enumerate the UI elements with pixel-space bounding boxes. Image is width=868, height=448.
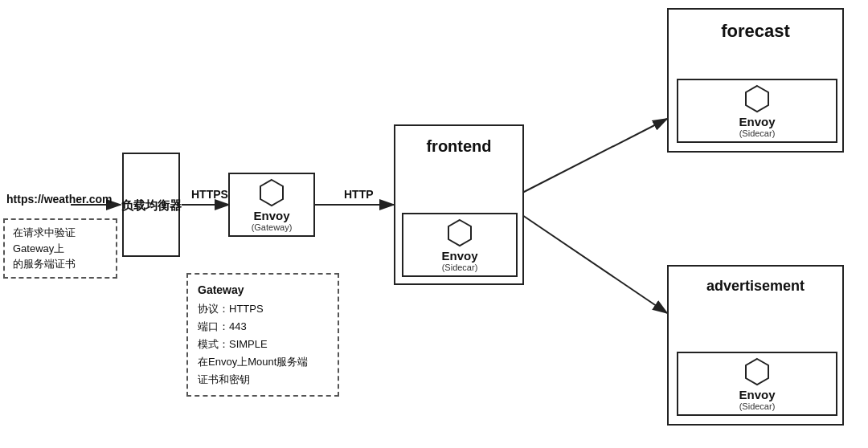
https-label: HTTPS [191, 188, 228, 201]
http-label: HTTP [344, 188, 374, 201]
load-balancer-box: 负载均衡器 [122, 153, 180, 257]
gateway-note-title: Gateway [198, 281, 328, 300]
frontend-outer-box: frontend Envoy (Sidecar) [394, 124, 524, 285]
envoy-gateway-hex-icon [257, 178, 286, 207]
advertisement-envoy-sub: (Sidecar) [739, 401, 776, 411]
envoy-gateway-sub: (Gateway) [252, 222, 293, 232]
envoy-gateway-box: Envoy (Gateway) [228, 173, 315, 237]
advertisement-envoy-label: Envoy [739, 388, 775, 401]
advertisement-title: advertisement [669, 267, 842, 295]
advertisement-envoy-box: Envoy (Sidecar) [677, 352, 837, 416]
svg-marker-14 [746, 86, 768, 112]
frontend-envoy-label: Envoy [441, 249, 477, 263]
gateway-note-mount: 在Envoy上Mount服务端 [198, 353, 328, 371]
forecast-envoy-box: Envoy (Sidecar) [677, 79, 837, 143]
frontend-envoy-hex-icon [445, 218, 474, 247]
gateway-note-port: 端口：443 [198, 318, 328, 336]
forecast-envoy-hex-icon [743, 84, 772, 113]
frontend-envoy-box: Envoy (Sidecar) [402, 213, 518, 277]
url-text: https://weather.com [6, 193, 112, 206]
forecast-envoy-sub: (Sidecar) [739, 128, 776, 138]
svg-marker-13 [448, 220, 471, 246]
svg-line-10 [522, 215, 667, 313]
gateway-note-mode: 模式：SIMPLE [198, 336, 328, 353]
frontend-title: frontend [395, 126, 522, 156]
diagram: https://weather.com 在请求中验证Gateway上 的服务端证… [0, 0, 868, 448]
svg-marker-15 [746, 359, 768, 385]
forecast-outer-box: forecast Envoy (Sidecar) [667, 8, 844, 153]
gateway-note-protocol: 协议：HTTPS [198, 300, 328, 318]
advertisement-envoy-hex-icon [743, 357, 772, 386]
frontend-envoy-sub: (Sidecar) [442, 263, 478, 272]
advertisement-outer-box: advertisement Envoy (Sidecar) [667, 265, 844, 426]
client-note: 在请求中验证Gateway上 的服务端证书 [3, 218, 117, 279]
envoy-gateway-label: Envoy [253, 209, 289, 222]
svg-line-8 [522, 119, 667, 193]
client-note-line2: 的服务端证书 [13, 258, 76, 270]
load-balancer-label: 负载均衡器 [121, 197, 182, 214]
gateway-note: Gateway 协议：HTTPS 端口：443 模式：SIMPLE 在Envoy… [186, 273, 339, 397]
gateway-note-mount2: 证书和密钥 [198, 371, 328, 389]
forecast-envoy-label: Envoy [739, 115, 775, 128]
client-note-line1: 在请求中验证Gateway上 [13, 226, 76, 255]
forecast-title: forecast [669, 10, 842, 42]
svg-marker-12 [260, 180, 283, 206]
